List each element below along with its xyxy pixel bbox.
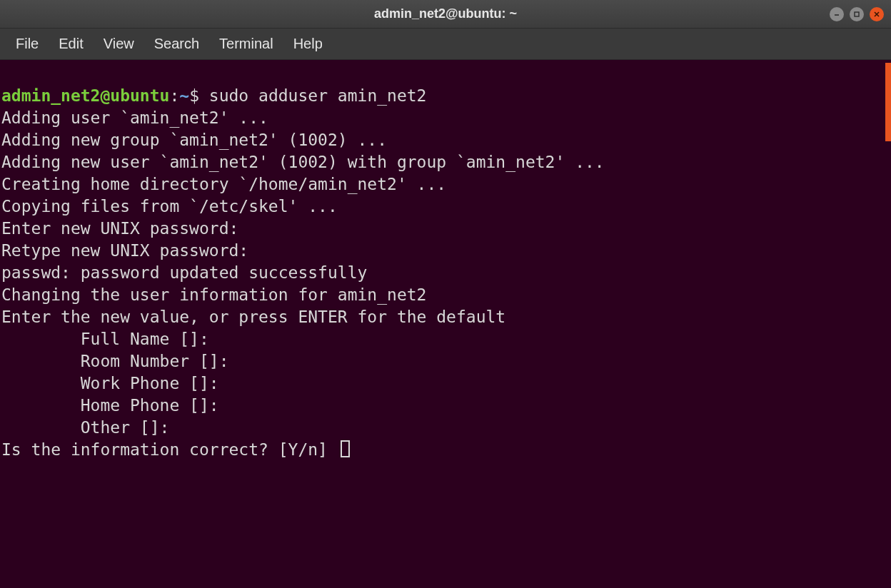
minimize-icon — [833, 11, 840, 18]
cursor-icon — [341, 440, 350, 457]
output-line: Creating home directory `/home/amin_net2… — [1, 175, 446, 193]
menu-help[interactable]: Help — [285, 31, 331, 56]
prompt-sep: : — [169, 86, 179, 105]
output-line: Adding new group `amin_net2' (1002) ... — [1, 131, 387, 149]
output-line: Copying files from `/etc/skel' ... — [1, 197, 338, 216]
menu-edit[interactable]: Edit — [50, 31, 91, 56]
close-icon — [873, 11, 880, 18]
window-controls — [830, 7, 884, 21]
output-line: Enter the new value, or press ENTER for … — [1, 308, 505, 326]
minimize-button[interactable] — [830, 7, 844, 21]
output-line: Adding new user `amin_net2' (1002) with … — [1, 153, 605, 171]
output-line: Room Number []: — [1, 352, 238, 370]
prompt-path: ~ — [179, 86, 189, 105]
output-line: Retype new UNIX password: — [1, 241, 258, 260]
terminal-area[interactable]: admin_net2@ubuntu:~$ sudo adduser amin_n… — [0, 60, 891, 464]
prompt-userhost: admin_net2@ubuntu — [1, 86, 169, 105]
menu-bar: File Edit View Search Terminal Help — [0, 29, 891, 60]
prompt-dollar: $ — [189, 86, 209, 105]
window-titlebar: admin_net2@ubuntu: ~ — [0, 0, 891, 29]
window-title: admin_net2@ubuntu: ~ — [374, 6, 517, 21]
output-line: passwd: password updated successfully — [1, 263, 367, 282]
output-line: Home Phone []: — [1, 396, 229, 415]
output-line: Work Phone []: — [1, 374, 229, 392]
maximize-button[interactable] — [850, 7, 864, 21]
svg-rect-1 — [855, 12, 859, 16]
output-line: Adding user `amin_net2' ... — [1, 108, 268, 127]
output-line: Is the information correct? [Y/n] — [1, 440, 338, 459]
output-line: Enter new UNIX password: — [1, 219, 248, 238]
menu-search[interactable]: Search — [146, 31, 208, 56]
command-text: sudo adduser amin_net2 — [209, 86, 427, 105]
menu-file[interactable]: File — [7, 31, 47, 56]
output-line: Changing the user information for amin_n… — [1, 285, 426, 304]
menu-view[interactable]: View — [95, 31, 143, 56]
output-line: Other []: — [1, 418, 179, 437]
maximize-icon — [853, 11, 860, 18]
menu-terminal[interactable]: Terminal — [211, 31, 282, 56]
close-button[interactable] — [870, 7, 884, 21]
output-line: Full Name []: — [1, 330, 219, 348]
scrollbar-thumb[interactable] — [885, 63, 891, 141]
